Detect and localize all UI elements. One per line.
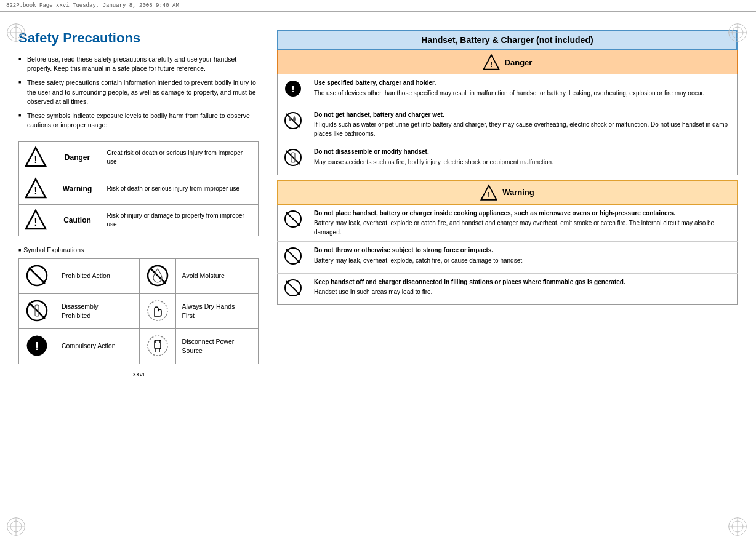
danger-item-2-text: Do not get handset, battery and charger … xyxy=(308,106,738,143)
danger-item-3: Do not disassemble or modify handset. Ma… xyxy=(278,143,738,175)
disconnect-power-icon-cell xyxy=(139,328,175,364)
warning-triangle-icon: ! xyxy=(25,177,47,199)
compulsory-icon-1: ! xyxy=(283,79,303,98)
prohibited-icon-cell xyxy=(19,258,55,293)
disconnect-power-label: Disconnect PowerSource xyxy=(175,328,258,364)
danger-item-3-title: Do not disassemble or modify handset. xyxy=(314,148,731,157)
compulsory-action-icon: ! xyxy=(25,334,49,357)
left-column: Safety Precautions Before use, read thes… xyxy=(18,30,259,526)
danger-item-2-body: If liquids such as water or pet urine ge… xyxy=(314,121,728,137)
warning-item-1-text: Do not place handset, battery or charger… xyxy=(308,205,738,242)
dwc-row-warning: ! Warning Risk of death or serious injur… xyxy=(19,173,259,204)
dwc-table: ! Danger Great risk of death or serious … xyxy=(18,141,259,236)
danger-section-label: Danger xyxy=(505,58,533,67)
intro-item-1: Before use, read these safety precaution… xyxy=(18,55,259,73)
dwc-row-caution: ! Caution Risk of injury or damage to pr… xyxy=(19,204,259,236)
dry-hands-icon xyxy=(146,299,169,322)
corner-decoration-tr xyxy=(726,22,751,46)
warning-item-3-text: Keep handset off and charger disconnecte… xyxy=(308,273,738,305)
warning-icon-cell: ! xyxy=(19,173,53,204)
disassembly-prohibited-icon xyxy=(25,299,49,322)
avoid-moisture-label: Avoid Moisture xyxy=(175,258,258,293)
avoid-moisture-icon xyxy=(146,264,169,287)
warning-item-1-body: Battery may leak, overheat, explode or c… xyxy=(314,220,714,236)
dry-hands-icon-cell xyxy=(139,293,175,328)
compulsory-icon-cell: ! xyxy=(19,328,55,364)
dwc-row-danger: ! Danger Great risk of death or serious … xyxy=(19,141,259,173)
danger-section-header: ! Danger xyxy=(277,50,738,74)
danger-item-3-text: Do not disassemble or modify handset. Ma… xyxy=(308,143,738,175)
warning-section-icon: ! xyxy=(480,184,497,201)
prohibited-action-icon xyxy=(25,264,49,287)
danger-item-1-body: The use of devices other than those spec… xyxy=(314,90,704,97)
warning-item-3-body: Handset use in such areas may lead to fi… xyxy=(314,288,432,295)
warning-item-2: Do not throw or otherwise subject to str… xyxy=(278,242,738,274)
danger-items-table: ! Use specified battery, charger and hol… xyxy=(277,74,738,175)
danger-item-3-icon xyxy=(278,143,309,175)
warning-item-2-title: Do not throw or otherwise subject to str… xyxy=(314,246,731,255)
intro-list: Before use, read these safety precaution… xyxy=(18,55,259,130)
intro-item-3: These symbols indicate exposure levels t… xyxy=(18,111,259,130)
prohibited-icon-3 xyxy=(283,148,303,167)
danger-item-1-icon: ! xyxy=(278,74,309,106)
corner-decoration-tl xyxy=(5,22,30,46)
caution-label: Caution xyxy=(53,204,102,236)
symbol-grid: Prohibited Action Avoid Moisture xyxy=(18,258,259,364)
svg-text:!: ! xyxy=(34,154,38,165)
danger-item-1-text: Use specified battery, charger and holde… xyxy=(308,74,738,106)
symbol-explanations-header: Symbol Explanations xyxy=(18,246,259,253)
warning-item-2-text: Do not throw or otherwise subject to str… xyxy=(308,242,738,274)
svg-line-50 xyxy=(286,212,300,226)
dry-hands-label: Always Dry HandsFirst xyxy=(175,293,258,328)
svg-line-43 xyxy=(286,114,300,127)
prohibited-icon-2 xyxy=(283,111,303,130)
symbol-row-3: ! Compulsory Action xyxy=(19,328,259,364)
svg-text:!: ! xyxy=(292,84,295,94)
danger-icon-cell: ! xyxy=(19,141,53,173)
warning-item-2-icon xyxy=(278,242,309,274)
svg-text:!: ! xyxy=(490,60,493,69)
caution-desc: Risk of injury or damage to property fro… xyxy=(102,204,259,236)
warning-item-3: Keep handset off and charger disconnecte… xyxy=(278,273,738,305)
danger-item-2: Do not get handset, battery and charger … xyxy=(278,106,738,143)
compulsory-action-label: Compulsory Action xyxy=(55,328,140,364)
svg-text:!: ! xyxy=(35,340,39,352)
content-area: Safety Precautions Before use, read thes… xyxy=(0,12,756,538)
prohibited-icon-w1 xyxy=(283,209,303,229)
svg-line-23 xyxy=(29,268,45,284)
disconnect-power-icon xyxy=(146,334,169,357)
warning-item-3-icon xyxy=(278,273,309,305)
danger-section-icon: ! xyxy=(483,54,500,71)
disassembly-prohibited-label: DisassemblyProhibited xyxy=(55,293,140,328)
warning-label: Warning xyxy=(53,173,102,204)
avoid-moisture-icon-cell xyxy=(139,258,175,293)
prohibited-action-label: Prohibited Action xyxy=(55,258,140,293)
page-number: xxvi xyxy=(18,370,259,378)
symbol-row-2: DisassemblyProhibited Always Dry HandsFi… xyxy=(19,293,259,328)
warning-section-label: Warning xyxy=(502,188,534,197)
intro-item-2: These safety precautions contain informa… xyxy=(18,78,259,106)
prohibited-icon-w2 xyxy=(283,246,303,266)
symbol-row-1: Prohibited Action Avoid Moisture xyxy=(19,258,259,293)
warning-item-1-icon xyxy=(278,205,309,242)
warning-item-3-title: Keep handset off and charger disconnecte… xyxy=(314,278,731,287)
warning-item-1-title: Do not place handset, battery or charger… xyxy=(314,209,731,218)
danger-desc: Great risk of death or serious injury fr… xyxy=(102,141,259,173)
svg-point-29 xyxy=(148,301,167,320)
page-title: Safety Precautions xyxy=(18,30,259,46)
svg-text:!: ! xyxy=(34,186,38,196)
danger-item-3-body: May cause accidents such as fire, bodily… xyxy=(314,159,553,165)
caution-triangle-icon: ! xyxy=(25,209,47,231)
disassembly-icon-cell xyxy=(19,293,55,328)
section-title: Handset, Battery & Charger (not included… xyxy=(277,30,738,50)
danger-item-2-title: Do not get handset, battery and charger … xyxy=(314,111,731,120)
warning-section-header: ! Warning xyxy=(277,180,738,205)
danger-label: Danger xyxy=(53,141,102,173)
warning-items-table: Do not place handset, battery or charger… xyxy=(277,205,738,306)
svg-point-32 xyxy=(148,336,167,356)
svg-text:!: ! xyxy=(488,190,490,199)
top-bar-text: 822P.book Page xxvi Tuesday, January 8, … xyxy=(6,2,179,9)
danger-item-1: ! Use specified battery, charger and hol… xyxy=(278,74,738,106)
danger-item-2-icon xyxy=(278,106,309,143)
danger-triangle-icon: ! xyxy=(25,146,47,168)
